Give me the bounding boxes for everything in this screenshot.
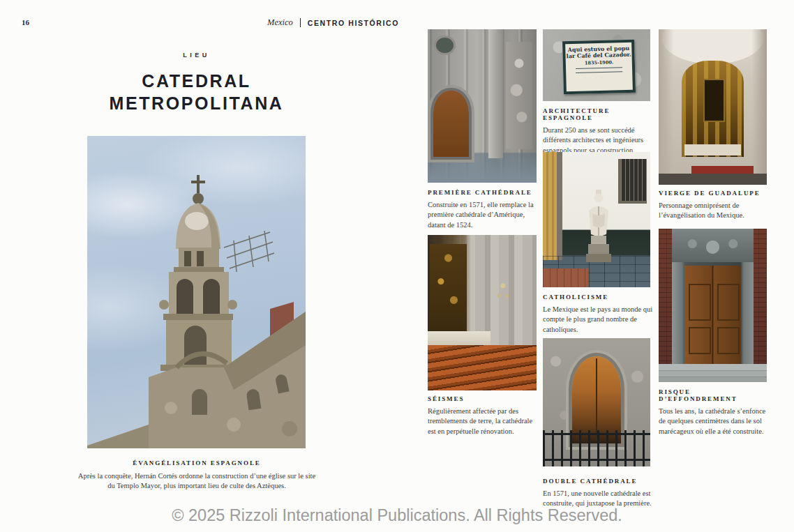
facade-door-photo (428, 29, 537, 183)
caption-premiere-cathedrale: PREMIÈRE CATHÉDRALE Construite en 1571, … (428, 189, 541, 230)
stone-steps-shape (659, 364, 767, 382)
book-title: Mexico (267, 17, 293, 28)
main-caption-body: Après la conquête, Hernán Cortés ordonne… (77, 471, 316, 492)
plaque-photo: Aqui estuvo el popu lar Café del Cazador… (543, 29, 650, 101)
book-spread: 16 Mexico CENTRO HISTÓRICO LIEU CATEDRAL… (0, 0, 794, 532)
section-title: CENTRO HISTÓRICO (308, 19, 399, 27)
pews-shape (428, 345, 537, 390)
carved-portal-photo (543, 338, 650, 466)
wooden-door-shape (433, 91, 469, 157)
nave-interior-photo (428, 235, 537, 390)
main-photo-caption: ÉVANGÉLISATION ESPAGNOLE Après la conquê… (77, 459, 316, 492)
caption-vierge-de-guadalupe: VIERGE DE GUADALUPE Personnage omniprése… (659, 190, 772, 221)
clergyman-statue-shape (583, 190, 615, 262)
running-header: Mexico CENTRO HISTÓRICO (267, 17, 399, 28)
page-title-line1: CATEDRAL (42, 70, 351, 92)
oculus-window-shape (434, 36, 456, 55)
caption-seismes: SÉISMES Régulièrement affectée par des t… (428, 395, 541, 436)
copyright-notice: © 2025 Rizzoli International Publication… (172, 506, 622, 525)
kicker-label: LIEU (87, 52, 306, 59)
main-cathedral-photo (87, 136, 306, 448)
caption-risque-effondrement: RISQUE D’EFFONDREMENT Tous les ans, la c… (659, 388, 772, 436)
wooden-door-photo (659, 229, 767, 382)
golden-retablo-photo (659, 29, 767, 185)
caption-architecture-espagnole: ARCHITECTURE ESPAGNOLE Durant 250 ans se… (543, 107, 656, 155)
tile-plaque: Aqui estuvo el popu lar Café del Cazador… (562, 40, 636, 95)
statue-courtyard-photo (543, 152, 650, 287)
carved-lintel-shape (672, 229, 754, 262)
header-divider (300, 18, 301, 27)
iron-fence-shape (543, 430, 650, 466)
page-number: 16 (22, 18, 29, 26)
chandelier-shape (493, 278, 513, 303)
cathedral-tower-illustration (87, 136, 306, 448)
main-caption-title: ÉVANGÉLISATION ESPAGNOLE (77, 459, 316, 466)
illegible-small-print (576, 68, 623, 74)
caption-double-cathedrale: DOUBLE CATHÉDRALE En 1571, une nouvelle … (543, 478, 656, 509)
page-title: CATEDRAL METROPOLITANA (42, 70, 351, 114)
page-title-line2: METROPOLITANA (42, 92, 351, 114)
caption-catholicisme: CATHOLICISME Le Mexique est le pays au m… (543, 294, 656, 335)
golden-altarpiece-shape (430, 244, 467, 337)
